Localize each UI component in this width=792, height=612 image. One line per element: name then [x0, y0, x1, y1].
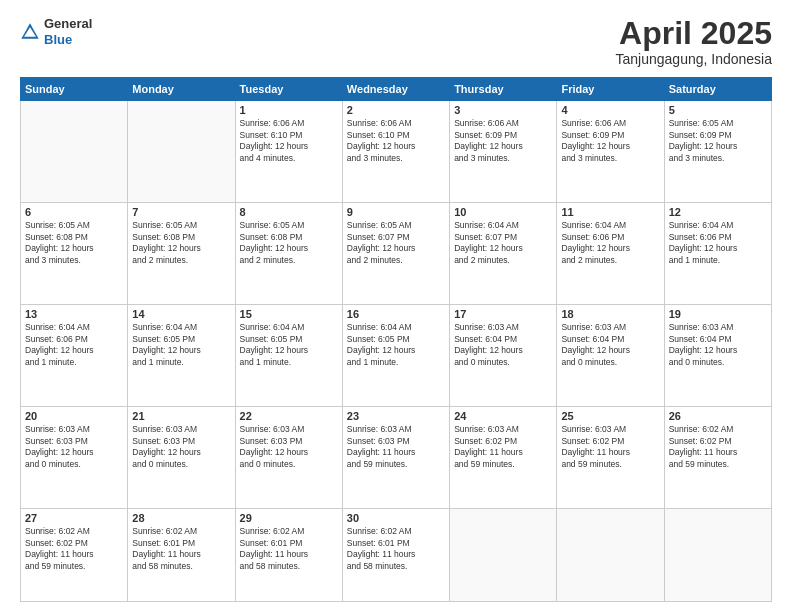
day-info: Sunrise: 6:05 AM Sunset: 6:08 PM Dayligh… [25, 220, 123, 266]
logo-general: General [44, 16, 92, 32]
day-info: Sunrise: 6:04 AM Sunset: 6:06 PM Dayligh… [561, 220, 659, 266]
calendar-cell [557, 509, 664, 602]
day-info: Sunrise: 6:02 AM Sunset: 6:01 PM Dayligh… [240, 526, 338, 572]
calendar-week-row: 20Sunrise: 6:03 AM Sunset: 6:03 PM Dayli… [21, 407, 772, 509]
day-info: Sunrise: 6:05 AM Sunset: 6:08 PM Dayligh… [132, 220, 230, 266]
calendar-cell: 22Sunrise: 6:03 AM Sunset: 6:03 PM Dayli… [235, 407, 342, 509]
calendar-day-header: Saturday [664, 78, 771, 101]
calendar-cell: 13Sunrise: 6:04 AM Sunset: 6:06 PM Dayli… [21, 305, 128, 407]
day-info: Sunrise: 6:02 AM Sunset: 6:01 PM Dayligh… [347, 526, 445, 572]
calendar-subtitle: Tanjungagung, Indonesia [616, 51, 772, 67]
day-number: 8 [240, 206, 338, 218]
calendar-cell: 8Sunrise: 6:05 AM Sunset: 6:08 PM Daylig… [235, 203, 342, 305]
day-info: Sunrise: 6:05 AM Sunset: 6:09 PM Dayligh… [669, 118, 767, 164]
day-number: 10 [454, 206, 552, 218]
calendar-cell: 5Sunrise: 6:05 AM Sunset: 6:09 PM Daylig… [664, 101, 771, 203]
day-info: Sunrise: 6:03 AM Sunset: 6:02 PM Dayligh… [561, 424, 659, 470]
calendar-cell: 14Sunrise: 6:04 AM Sunset: 6:05 PM Dayli… [128, 305, 235, 407]
day-number: 16 [347, 308, 445, 320]
day-number: 14 [132, 308, 230, 320]
day-number: 1 [240, 104, 338, 116]
calendar-cell: 27Sunrise: 6:02 AM Sunset: 6:02 PM Dayli… [21, 509, 128, 602]
calendar-cell: 17Sunrise: 6:03 AM Sunset: 6:04 PM Dayli… [450, 305, 557, 407]
calendar-cell: 2Sunrise: 6:06 AM Sunset: 6:10 PM Daylig… [342, 101, 449, 203]
day-number: 11 [561, 206, 659, 218]
calendar-title: April 2025 [616, 16, 772, 51]
day-number: 25 [561, 410, 659, 422]
calendar-cell: 18Sunrise: 6:03 AM Sunset: 6:04 PM Dayli… [557, 305, 664, 407]
day-number: 9 [347, 206, 445, 218]
calendar-cell [450, 509, 557, 602]
calendar-cell: 20Sunrise: 6:03 AM Sunset: 6:03 PM Dayli… [21, 407, 128, 509]
calendar-cell [664, 509, 771, 602]
calendar-day-header: Tuesday [235, 78, 342, 101]
day-info: Sunrise: 6:06 AM Sunset: 6:10 PM Dayligh… [240, 118, 338, 164]
day-number: 29 [240, 512, 338, 524]
calendar-cell [21, 101, 128, 203]
day-info: Sunrise: 6:03 AM Sunset: 6:04 PM Dayligh… [669, 322, 767, 368]
day-info: Sunrise: 6:06 AM Sunset: 6:09 PM Dayligh… [454, 118, 552, 164]
day-number: 20 [25, 410, 123, 422]
day-number: 13 [25, 308, 123, 320]
calendar-week-row: 27Sunrise: 6:02 AM Sunset: 6:02 PM Dayli… [21, 509, 772, 602]
calendar-week-row: 6Sunrise: 6:05 AM Sunset: 6:08 PM Daylig… [21, 203, 772, 305]
calendar-cell: 3Sunrise: 6:06 AM Sunset: 6:09 PM Daylig… [450, 101, 557, 203]
day-number: 24 [454, 410, 552, 422]
day-number: 27 [25, 512, 123, 524]
day-info: Sunrise: 6:03 AM Sunset: 6:03 PM Dayligh… [25, 424, 123, 470]
calendar-week-row: 13Sunrise: 6:04 AM Sunset: 6:06 PM Dayli… [21, 305, 772, 407]
day-number: 30 [347, 512, 445, 524]
calendar-cell: 24Sunrise: 6:03 AM Sunset: 6:02 PM Dayli… [450, 407, 557, 509]
day-info: Sunrise: 6:03 AM Sunset: 6:03 PM Dayligh… [240, 424, 338, 470]
calendar-cell: 7Sunrise: 6:05 AM Sunset: 6:08 PM Daylig… [128, 203, 235, 305]
day-info: Sunrise: 6:04 AM Sunset: 6:07 PM Dayligh… [454, 220, 552, 266]
day-number: 22 [240, 410, 338, 422]
calendar-cell: 28Sunrise: 6:02 AM Sunset: 6:01 PM Dayli… [128, 509, 235, 602]
day-info: Sunrise: 6:04 AM Sunset: 6:06 PM Dayligh… [25, 322, 123, 368]
day-info: Sunrise: 6:04 AM Sunset: 6:06 PM Dayligh… [669, 220, 767, 266]
calendar-cell: 9Sunrise: 6:05 AM Sunset: 6:07 PM Daylig… [342, 203, 449, 305]
day-number: 17 [454, 308, 552, 320]
calendar-cell: 4Sunrise: 6:06 AM Sunset: 6:09 PM Daylig… [557, 101, 664, 203]
day-info: Sunrise: 6:04 AM Sunset: 6:05 PM Dayligh… [347, 322, 445, 368]
calendar-cell: 11Sunrise: 6:04 AM Sunset: 6:06 PM Dayli… [557, 203, 664, 305]
calendar-cell: 26Sunrise: 6:02 AM Sunset: 6:02 PM Dayli… [664, 407, 771, 509]
calendar-day-header: Sunday [21, 78, 128, 101]
calendar-cell: 25Sunrise: 6:03 AM Sunset: 6:02 PM Dayli… [557, 407, 664, 509]
day-number: 21 [132, 410, 230, 422]
calendar-day-header: Thursday [450, 78, 557, 101]
page: General Blue April 2025 Tanjungagung, In… [0, 0, 792, 612]
calendar-cell [128, 101, 235, 203]
calendar-cell: 6Sunrise: 6:05 AM Sunset: 6:08 PM Daylig… [21, 203, 128, 305]
day-number: 2 [347, 104, 445, 116]
day-info: Sunrise: 6:05 AM Sunset: 6:08 PM Dayligh… [240, 220, 338, 266]
day-info: Sunrise: 6:06 AM Sunset: 6:10 PM Dayligh… [347, 118, 445, 164]
logo-icon [20, 22, 40, 42]
day-info: Sunrise: 6:02 AM Sunset: 6:01 PM Dayligh… [132, 526, 230, 572]
calendar-day-header: Monday [128, 78, 235, 101]
day-number: 18 [561, 308, 659, 320]
calendar-cell: 29Sunrise: 6:02 AM Sunset: 6:01 PM Dayli… [235, 509, 342, 602]
calendar-cell: 12Sunrise: 6:04 AM Sunset: 6:06 PM Dayli… [664, 203, 771, 305]
day-info: Sunrise: 6:06 AM Sunset: 6:09 PM Dayligh… [561, 118, 659, 164]
day-number: 4 [561, 104, 659, 116]
calendar-cell: 19Sunrise: 6:03 AM Sunset: 6:04 PM Dayli… [664, 305, 771, 407]
calendar-cell: 1Sunrise: 6:06 AM Sunset: 6:10 PM Daylig… [235, 101, 342, 203]
calendar-cell: 16Sunrise: 6:04 AM Sunset: 6:05 PM Dayli… [342, 305, 449, 407]
day-number: 26 [669, 410, 767, 422]
calendar-week-row: 1Sunrise: 6:06 AM Sunset: 6:10 PM Daylig… [21, 101, 772, 203]
day-info: Sunrise: 6:03 AM Sunset: 6:03 PM Dayligh… [347, 424, 445, 470]
day-info: Sunrise: 6:02 AM Sunset: 6:02 PM Dayligh… [669, 424, 767, 470]
day-info: Sunrise: 6:03 AM Sunset: 6:04 PM Dayligh… [561, 322, 659, 368]
day-number: 23 [347, 410, 445, 422]
day-info: Sunrise: 6:03 AM Sunset: 6:04 PM Dayligh… [454, 322, 552, 368]
day-number: 5 [669, 104, 767, 116]
day-number: 12 [669, 206, 767, 218]
logo-blue: Blue [44, 32, 92, 48]
day-number: 6 [25, 206, 123, 218]
day-number: 15 [240, 308, 338, 320]
calendar-day-header: Wednesday [342, 78, 449, 101]
header: General Blue April 2025 Tanjungagung, In… [20, 16, 772, 67]
day-info: Sunrise: 6:05 AM Sunset: 6:07 PM Dayligh… [347, 220, 445, 266]
logo-text: General Blue [44, 16, 92, 47]
